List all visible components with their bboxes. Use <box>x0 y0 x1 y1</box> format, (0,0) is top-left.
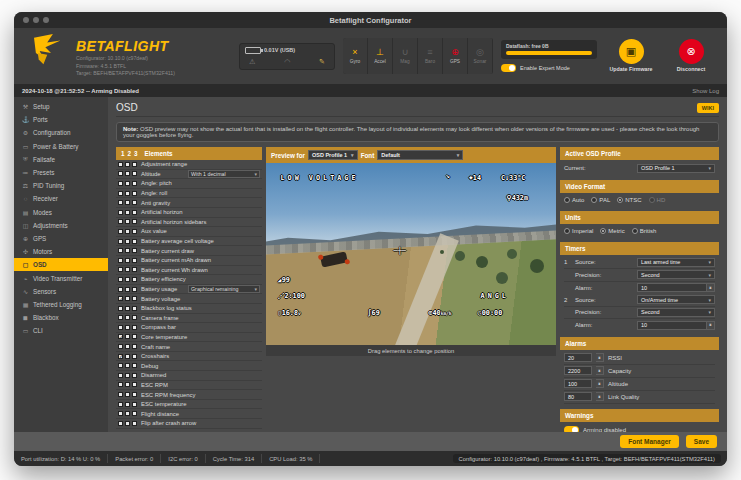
profile1-checkbox[interactable] <box>118 421 123 426</box>
profile1-checkbox[interactable] <box>118 402 123 407</box>
spinner-buttons[interactable]: ▲▼ <box>596 366 604 375</box>
osd-overlay-element[interactable]: LOW VOLTAGE <box>281 174 359 182</box>
update-firmware-button[interactable]: ▣ Update Firmware <box>605 39 657 73</box>
disconnect-button[interactable]: ⊗ Disconnect <box>665 39 717 73</box>
profile1-checkbox[interactable] <box>118 239 123 244</box>
sidebar-item[interactable]: ≔ Presets <box>14 166 108 179</box>
alarm-value-input[interactable]: 100 <box>564 379 592 388</box>
spinner-buttons[interactable]: ▲▼ <box>596 392 604 401</box>
sidebar-item[interactable]: ◫ Adjustments <box>14 219 108 232</box>
profile2-checkbox[interactable] <box>125 287 130 292</box>
save-button[interactable]: Save <box>686 435 717 448</box>
profile3-checkbox[interactable] <box>132 191 137 196</box>
profile2-checkbox[interactable] <box>125 210 130 215</box>
profile2-checkbox[interactable] <box>125 162 130 167</box>
profile1-checkbox[interactable] <box>118 219 123 224</box>
sidebar-item[interactable]: ⛨ Failsafe <box>14 153 108 166</box>
profile1-checkbox[interactable] <box>118 277 123 282</box>
active-profile-select[interactable]: OSD Profile 1▾ <box>637 164 715 173</box>
profile3-checkbox[interactable] <box>132 277 137 282</box>
profile3-checkbox[interactable] <box>132 315 137 320</box>
profile3-checkbox[interactable] <box>132 392 137 397</box>
profile2-checkbox[interactable] <box>125 421 130 426</box>
alarm-value-input[interactable]: 80 <box>564 392 592 401</box>
profile2-checkbox[interactable] <box>125 325 130 330</box>
profile3-checkbox[interactable] <box>132 373 137 378</box>
sidebar-item[interactable]: ▢ OSD <box>14 258 108 271</box>
osd-preview-stage[interactable]: LOW VOLTAGE ↘ ⌖14 C↓33° <box>266 163 556 345</box>
element-variant-select[interactable]: Graphical remaining▾ <box>188 285 260 293</box>
profile3-checkbox[interactable] <box>132 210 137 215</box>
sidebar-item[interactable]: ▭ Power & Battery <box>14 140 108 153</box>
osd-overlay-element[interactable]: ─┼─ <box>394 247 406 255</box>
units-radio[interactable]: British <box>632 228 657 234</box>
profile1-checkbox[interactable] <box>118 296 123 301</box>
timer-precision-select[interactable]: Second▾ <box>637 308 715 317</box>
profile2-checkbox[interactable] <box>125 181 130 186</box>
profile2-checkbox[interactable] <box>125 191 130 196</box>
video-format-radio[interactable]: Auto <box>564 197 584 203</box>
osd-overlay-element[interactable]: ANGL <box>481 292 509 300</box>
profile2-checkbox[interactable] <box>125 219 130 224</box>
profile1-checkbox[interactable] <box>118 191 123 196</box>
profile1-checkbox[interactable] <box>118 162 123 167</box>
units-radio[interactable]: Imperial <box>564 228 593 234</box>
osd-overlay-element[interactable]: ⊙40km/h <box>428 309 451 317</box>
profile2-checkbox[interactable] <box>125 306 130 311</box>
sidebar-item[interactable]: ⊕ GPS <box>14 232 108 245</box>
profile1-checkbox[interactable] <box>118 315 123 320</box>
sidebar-item[interactable]: ⚖ PID Tuning <box>14 179 108 192</box>
osd-overlay-element[interactable]: ▯16.8v <box>278 309 301 317</box>
video-format-radio[interactable]: NTSC <box>617 197 641 203</box>
wiki-button[interactable]: WIKI <box>697 103 719 113</box>
profile3-checkbox[interactable] <box>132 411 137 416</box>
profile1-checkbox[interactable] <box>118 344 123 349</box>
sidebar-item[interactable]: ✣ Motors <box>14 245 108 258</box>
profile3-checkbox[interactable] <box>132 248 137 253</box>
osd-overlay-element[interactable]: ◢99 <box>278 276 290 284</box>
profile1-checkbox[interactable] <box>118 411 123 416</box>
profile1-checkbox[interactable] <box>118 392 123 397</box>
profile3-checkbox[interactable] <box>132 421 137 426</box>
profile2-checkbox[interactable] <box>125 277 130 282</box>
spinner-buttons[interactable]: ▲▼ <box>707 283 715 292</box>
show-log-link[interactable]: Show Log <box>692 88 719 94</box>
profile3-checkbox[interactable] <box>132 162 137 167</box>
osd-overlay-element[interactable]: ∫69 <box>368 309 380 317</box>
profile3-checkbox[interactable] <box>132 334 137 339</box>
profile2-checkbox[interactable] <box>125 382 130 387</box>
profile1-checkbox[interactable] <box>118 181 123 186</box>
profile2-checkbox[interactable] <box>125 315 130 320</box>
preview-font-select[interactable]: Default▾ <box>377 150 463 160</box>
profile3-checkbox[interactable] <box>132 382 137 387</box>
profile2-checkbox[interactable] <box>125 402 130 407</box>
profile3-checkbox[interactable] <box>132 344 137 349</box>
profile3-checkbox[interactable] <box>132 354 137 359</box>
profile1-checkbox[interactable] <box>118 200 123 205</box>
profile2-checkbox[interactable] <box>125 363 130 368</box>
osd-overlay-element[interactable]: ⌖14 <box>469 174 481 182</box>
sidebar-item[interactable]: ◌ Receiver <box>14 192 108 205</box>
video-format-radio[interactable]: PAL <box>591 197 610 203</box>
profile3-checkbox[interactable] <box>132 239 137 244</box>
profile1-checkbox[interactable] <box>118 382 123 387</box>
profile3-checkbox[interactable] <box>132 229 137 234</box>
alarm-value-input[interactable]: 2200 <box>564 366 592 375</box>
profile1-checkbox[interactable] <box>118 258 123 263</box>
profile1-checkbox[interactable] <box>118 363 123 368</box>
alarm-value-input[interactable]: 20 <box>564 353 592 362</box>
sidebar-item[interactable]: ⌁ Video Transmitter <box>14 271 108 284</box>
profile1-checkbox[interactable] <box>118 325 123 330</box>
profile1-checkbox[interactable] <box>118 287 123 292</box>
profile1-checkbox[interactable] <box>118 267 123 272</box>
expert-mode-toggle[interactable] <box>501 64 516 72</box>
timer-alarm-input[interactable]: 10 <box>637 321 707 330</box>
profile3-checkbox[interactable] <box>132 363 137 368</box>
element-variant-select[interactable]: With 1 decimal▾ <box>188 170 260 178</box>
profile3-checkbox[interactable] <box>132 181 137 186</box>
profile2-checkbox[interactable] <box>125 200 130 205</box>
timer-source-select[interactable]: On/Armed time▾ <box>637 295 715 304</box>
sidebar-item[interactable]: ▤ Modes <box>14 206 108 219</box>
profile1-checkbox[interactable] <box>118 334 123 339</box>
profile3-checkbox[interactable] <box>132 171 137 176</box>
